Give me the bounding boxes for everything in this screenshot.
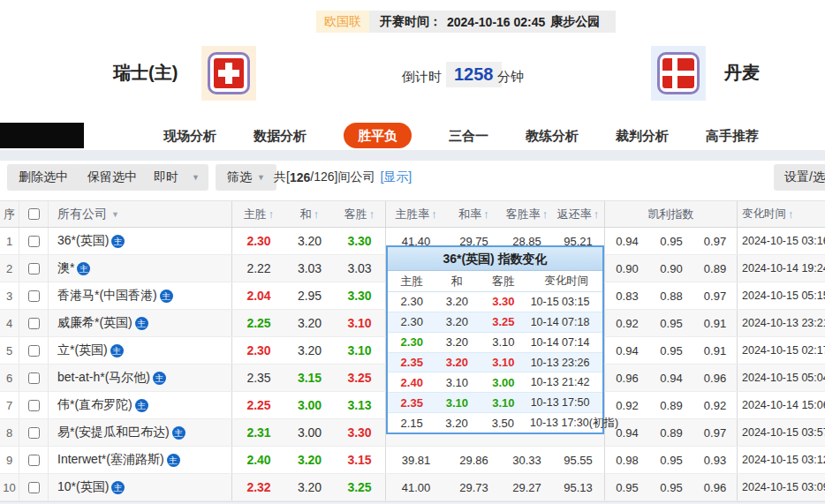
row-checkbox[interactable] [28, 345, 40, 357]
away-odds[interactable]: 3.10 [334, 310, 386, 336]
popup-change-time: 10-13 21:42 [529, 376, 602, 388]
home-odds[interactable]: 2.25 [232, 392, 285, 418]
popup-history-row: 2.353.203.1010-13 23:26 [388, 353, 602, 373]
popup-col-time: 变化时间 [529, 274, 602, 289]
odds-history-popup: 36*(英国) 指数变化 主胜 和 客胜 变化时间 2.303.203.3010… [386, 245, 604, 434]
change-time: 2024-10-15 03:09 [738, 474, 825, 500]
home-odds[interactable]: 2.04 [232, 282, 285, 309]
draw-odds[interactable]: 3.20 [285, 337, 334, 364]
table-row: 1010*(英国)主2.323.203.2541.0029.7329.2795.… [0, 474, 825, 501]
show-link[interactable]: [显示] [380, 169, 412, 185]
away-odds[interactable]: 3.25 [334, 365, 386, 391]
delete-selected-button[interactable]: 删除选中 [7, 164, 79, 191]
away-odds[interactable]: 3.13 [334, 392, 386, 418]
instant-dropdown[interactable]: 即时 ▼ [145, 164, 208, 191]
col-header-change-time[interactable]: 变化时间↑ [738, 201, 825, 227]
company-cell[interactable]: 立*(英国)主 [49, 337, 232, 364]
draw-odds[interactable]: 3.15 [285, 365, 334, 391]
home-odds[interactable]: 2.32 [232, 474, 285, 500]
company-cell[interactable]: bet-at-h*(马尔他)主 [49, 365, 232, 391]
kelly-home: 0.96 [605, 365, 649, 391]
row-checkbox[interactable] [28, 455, 40, 466]
settings-button[interactable]: 设置/选 [774, 164, 825, 191]
tab-三合一[interactable]: 三合一 [449, 123, 488, 148]
popup-home-odds: 2.30 [388, 295, 436, 308]
league-badge[interactable]: 欧国联 [316, 11, 369, 33]
tab-胜平负[interactable]: 胜平负 [344, 123, 412, 148]
draw-odds[interactable]: 3.20 [285, 474, 334, 500]
countdown-unit: 分钟 [497, 69, 524, 86]
col-header-seq[interactable]: 序 [0, 201, 19, 227]
kelly-away: 0.97 [693, 419, 738, 446]
draw-odds[interactable]: 3.00 [285, 392, 334, 418]
draw-odds[interactable]: 3.20 [285, 447, 334, 473]
tab-教练分析[interactable]: 教练分析 [526, 123, 579, 148]
row-checkbox[interactable] [28, 427, 40, 439]
row-checkbox[interactable] [28, 236, 40, 247]
draw-odds[interactable]: 3.20 [285, 228, 334, 254]
chevron-down-icon: ▼ [111, 210, 119, 219]
company-cell[interactable]: 威廉希*(英国)主 [49, 310, 232, 336]
away-odds[interactable]: 3.30 [334, 228, 386, 254]
draw-odds[interactable]: 3.00 [285, 419, 334, 446]
row-checkbox[interactable] [28, 318, 40, 329]
row-checkbox[interactable] [28, 290, 40, 302]
away-odds[interactable]: 3.30 [334, 282, 386, 309]
col-header-draw-rate[interactable]: 和率↑ [446, 201, 502, 227]
away-odds[interactable]: 3.30 [334, 419, 386, 446]
keep-selected-button[interactable]: 保留选中 [76, 164, 148, 191]
row-checkbox[interactable] [28, 372, 40, 384]
popup-history-row: 2.303.203.1010-14 07:14 [388, 333, 602, 353]
kelly-draw: 0.94 [649, 365, 693, 391]
home-odds[interactable]: 2.25 [232, 310, 285, 336]
home-odds[interactable]: 2.40 [232, 447, 285, 473]
col-header-company[interactable]: 所有公司▼ [49, 201, 232, 227]
popup-home-odds: 2.30 [388, 335, 436, 349]
company-cell[interactable]: 伟*(直布罗陀)主 [49, 392, 232, 418]
popup-draw-odds: 3.20 [436, 335, 479, 349]
section-divider [0, 150, 825, 161]
row-checkbox[interactable] [28, 263, 40, 275]
col-header-draw[interactable]: 和↑ [285, 201, 334, 227]
tab-现场分析[interactable]: 现场分析 [163, 123, 216, 148]
away-odds[interactable]: 3.15 [334, 447, 386, 473]
select-all-checkbox[interactable] [28, 208, 40, 220]
row-checkbox[interactable] [28, 482, 40, 493]
company-name: 10*(英国) [57, 479, 109, 495]
away-odds[interactable]: 3.03 [334, 255, 386, 282]
draw-odds[interactable]: 3.20 [285, 310, 334, 336]
home-odds[interactable]: 2.30 [232, 337, 285, 364]
home-odds[interactable]: 2.35 [232, 365, 285, 391]
popup-away-odds: 3.50 [478, 417, 528, 430]
company-cell[interactable]: 澳*主 [49, 255, 232, 282]
company-cell[interactable]: 36*(英国)主 [49, 228, 232, 254]
col-header-home[interactable]: 主胜↑ [232, 201, 285, 227]
home-odds[interactable]: 2.22 [232, 255, 285, 282]
popup-draw-odds: 3.10 [436, 376, 479, 389]
col-header-home-rate[interactable]: 主胜率↑ [386, 201, 446, 227]
kelly-draw: 0.95 [649, 310, 693, 336]
col-header-return-rate[interactable]: 返还率↑ [552, 201, 605, 227]
tab-高手推荐[interactable]: 高手推荐 [706, 123, 759, 148]
popup-header: 主胜 和 客胜 变化时间 [388, 271, 602, 292]
away-odds[interactable]: 3.25 [334, 474, 386, 500]
tab-裁判分析[interactable]: 裁判分析 [616, 123, 669, 148]
company-name: 立*(英国) [57, 342, 108, 358]
col-header-away-rate[interactable]: 客胜率↑ [502, 201, 552, 227]
company-cell[interactable]: 香港马*(中国香港)主 [49, 282, 232, 309]
draw-odds[interactable]: 3.03 [285, 255, 334, 282]
company-cell[interactable]: 10*(英国)主 [49, 474, 232, 500]
away-odds[interactable]: 3.10 [334, 337, 386, 364]
chevron-down-icon: ▼ [257, 173, 265, 182]
company-cell[interactable]: Interwet*(塞浦路斯)主 [49, 447, 232, 473]
col-header-kelly[interactable]: 凯利指数 [605, 201, 738, 227]
draw-odds[interactable]: 2.95 [285, 282, 334, 309]
col-header-away[interactable]: 客胜↑ [334, 201, 386, 227]
sort-asc-icon: ↑ [314, 207, 320, 221]
home-odds[interactable]: 2.31 [232, 419, 285, 446]
tab-数据分析[interactable]: 数据分析 [254, 123, 307, 148]
row-checkbox[interactable] [28, 400, 40, 411]
company-cell[interactable]: 易*(安提瓜和巴布达)主 [49, 419, 232, 446]
home-odds[interactable]: 2.30 [232, 228, 285, 254]
filter-dropdown[interactable]: 筛选 ▼ [216, 164, 276, 191]
